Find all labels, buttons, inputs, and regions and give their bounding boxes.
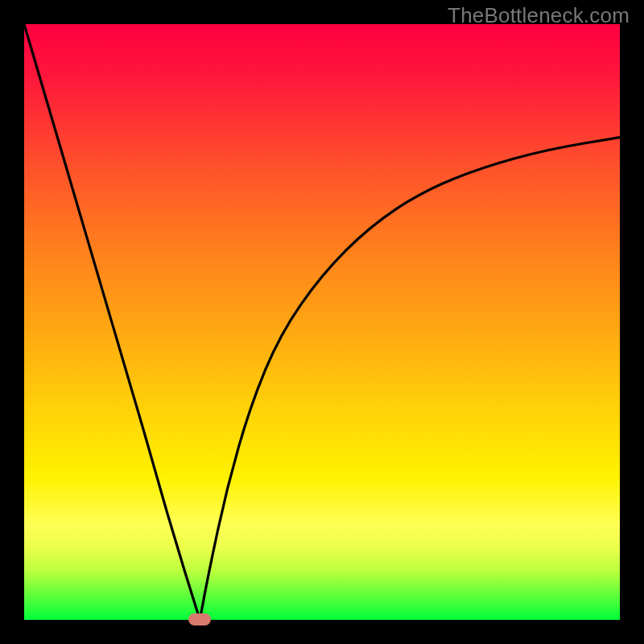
chart-container: TheBottleneck.com [0,0,644,644]
bottleneck-curve [24,24,620,620]
plot-area [24,24,620,620]
curve-path [24,24,620,620]
optimal-point-marker [188,613,211,625]
